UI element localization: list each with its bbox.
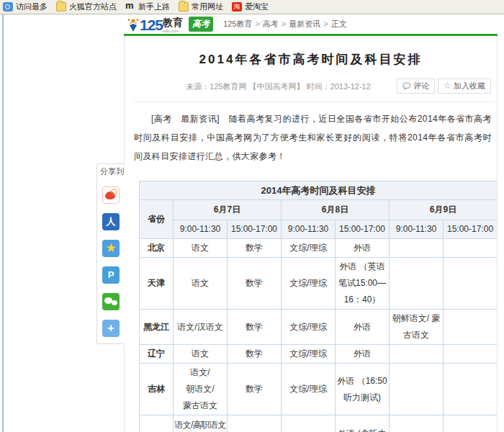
article-paragraph: [高考 最新资讯] 随着高考复习的进行，近日全国各省市开始公布2014年各省市高…: [134, 109, 492, 166]
site-logo[interactable]: 125 教育 edu.com: [127, 16, 183, 32]
subject-cell: 文综/理综: [282, 310, 336, 345]
subject-cell: 外语: [336, 239, 390, 258]
breadcrumb-separator: >: [323, 19, 328, 28]
col-header-time: 9:00-11:30: [390, 220, 444, 239]
subject-cell: [444, 415, 498, 432]
bookmark-label: 常用网址: [192, 1, 223, 12]
subject-cell: 语文: [174, 239, 228, 258]
bookmark-item[interactable]: 淘爱淘宝: [232, 1, 269, 12]
article-page: 125 教育 edu.com 高考 125教育>高考>最新资讯>正文 2014年…: [124, 14, 498, 432]
subject-cell: [390, 239, 444, 258]
subject-cell: 外语 （英语笔试15:00—16：40）: [336, 258, 390, 310]
table-row: 北京语文数学文综/理综外语: [140, 239, 498, 258]
logo-person-icon: [127, 18, 140, 32]
bookmark-item[interactable]: 常用网址: [179, 1, 223, 12]
bookmark-item[interactable]: 访问最多: [3, 1, 48, 12]
subject-cell: 文综/理综: [282, 364, 336, 415]
page-left-border: [2, 14, 4, 432]
bookmark-label: 新手上路: [138, 1, 170, 12]
favorite-button[interactable]: ☆ 加入收藏: [438, 78, 491, 94]
subject-cell: [444, 258, 498, 310]
most-visited-icon: [3, 2, 13, 12]
province-cell: [140, 415, 174, 432]
article-body: 2014年各省市高考时间及科目安排 来源：125教育网 【中国高考网】 时间：2…: [124, 36, 498, 432]
subject-cell: [390, 415, 444, 432]
breadcrumb: 125教育>高考>最新资讯>正文: [223, 19, 347, 30]
subject-cell: 外语 (含听力: [336, 415, 390, 432]
breadcrumb-separator: >: [282, 19, 286, 28]
qzone-share-icon[interactable]: ★: [102, 240, 120, 257]
subject-cell: 外语 （16:50 听力测试): [336, 364, 390, 415]
baidu-share-icon[interactable]: P: [102, 266, 120, 284]
bookmark-label: 爱淘宝: [245, 1, 269, 12]
breadcrumb-item[interactable]: 高考: [263, 19, 279, 28]
province-cell: 天津: [140, 258, 174, 310]
col-header-date: 6月8日: [282, 200, 390, 220]
col-header-time: 15:00-17:00: [444, 220, 498, 239]
subject-cell: 外语: [336, 310, 390, 345]
logo-text: 教育: [163, 17, 183, 28]
subject-cell: [390, 258, 444, 310]
subject-cell: 文综/理综: [282, 258, 336, 310]
breadcrumb-item[interactable]: 最新资讯: [289, 19, 320, 28]
wechat-share-icon[interactable]: [102, 293, 120, 310]
subject-cell: 语文/汉语文: [174, 310, 228, 345]
gaokao-badge[interactable]: 高考: [189, 17, 213, 32]
renren-share-icon[interactable]: 人: [102, 213, 120, 230]
subject-cell: 朝鲜语文/ 蒙古语文: [390, 310, 444, 345]
province-cell: 北京: [140, 239, 174, 258]
table-row: 吉林语文/ 朝语文/ 蒙古语文数学文综/理综外语 （16:50 听力测试): [140, 364, 498, 415]
page-title: 2014年各省市高考时间及科目安排: [125, 51, 497, 68]
col-header-time: 15:00-17:00: [336, 220, 390, 239]
subject-cell: 语文: [174, 258, 228, 310]
share-label: 分享到: [97, 164, 125, 177]
subject-cell: 数学: [228, 239, 282, 258]
col-header-time: 9:00-11:30: [174, 220, 228, 239]
subject-cell: [390, 345, 444, 364]
bookmark-item[interactable]: 火狐官方站点: [56, 1, 117, 12]
subject-cell: 语文: [174, 345, 228, 364]
col-header-time: 9:00-11:30: [282, 220, 336, 239]
col-header-time: 15:00-17:00: [228, 220, 282, 239]
subject-cell: 数学: [228, 364, 282, 415]
folder-icon: [56, 2, 66, 12]
subject-cell: [444, 239, 498, 258]
article-meta: 来源：125教育网 【中国高考网】 时间：2013-12-12 评论 ☆ 加入收…: [125, 78, 497, 94]
comment-bubble-icon: [402, 82, 411, 90]
table-title: 2014年高考时间及科目安排: [140, 181, 498, 200]
subject-cell: 数学: [228, 310, 282, 345]
subject-cell: 语文/ 朝语文/ 蒙古语文: [174, 364, 228, 415]
more-share-icon[interactable]: +: [102, 320, 120, 337]
logo-subtext: edu.com: [163, 30, 183, 32]
comment-button[interactable]: 评论: [397, 78, 435, 94]
subject-cell: [390, 364, 444, 415]
site-header: 125 教育 edu.com 高考 125教育>高考>最新资讯>正文: [124, 14, 498, 34]
table-row: 天津语文数学文综/理综外语 （英语笔试15:00—16：40）: [140, 258, 498, 310]
breadcrumb-separator: >: [255, 19, 259, 28]
sina-weibo-share-icon[interactable]: [102, 186, 120, 204]
subject-cell: [282, 415, 336, 432]
table-row: 黑龙江语文/汉语文数学文综/理综外语朝鲜语文/ 蒙古语文: [140, 310, 498, 345]
bookmarks-bar: 访问最多火狐官方站点新手上路常用网址淘爱淘宝: [0, 0, 504, 14]
subject-cell: [444, 364, 498, 415]
province-cell: 吉林: [140, 364, 174, 415]
subject-cell: 数学: [228, 258, 282, 310]
subject-cell: 语文/高职语文: [174, 415, 228, 432]
table-row: 辽宁语文数学文综/理综外语: [140, 345, 498, 364]
bookmark-label: 访问最多: [16, 1, 48, 12]
breadcrumb-item[interactable]: 正文: [331, 19, 347, 28]
star-icon: ☆: [444, 81, 451, 91]
bookmark-label: 火狐官方站点: [69, 1, 117, 12]
article-source: 来源：125教育网 【中国高考网】 时间：2013-12-12: [125, 78, 432, 94]
mozilla-icon: [125, 2, 135, 12]
taobao-icon: 淘: [232, 2, 242, 12]
share-widget: 分享到 人★P+: [96, 163, 125, 344]
folder-icon: [179, 2, 189, 12]
breadcrumb-item[interactable]: 125教育: [223, 19, 252, 28]
subject-cell: [444, 345, 498, 364]
table-row: 语文/高职语文外语 (含听力: [140, 415, 498, 432]
subject-cell: 外语: [336, 345, 390, 364]
bookmark-item[interactable]: 新手上路: [125, 1, 170, 12]
province-cell: 黑龙江: [140, 310, 174, 345]
subject-cell: 数学: [228, 345, 282, 364]
